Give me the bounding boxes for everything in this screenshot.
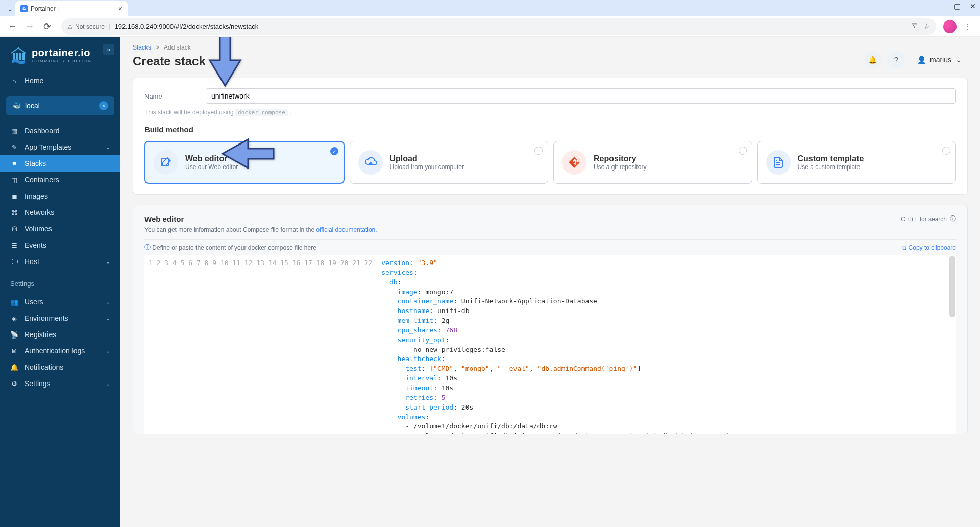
reload-button[interactable]: ⟳	[40, 19, 54, 34]
sidebar-item-host[interactable]: 🖵Host⌄	[0, 253, 120, 270]
sidebar-item-stacks[interactable]: ≡Stacks	[0, 155, 120, 172]
user-menu[interactable]: 👤 marius ⌄	[911, 53, 968, 67]
bookmark-star-icon[interactable]: ☆	[924, 22, 930, 30]
sidebar-item-label: Images	[24, 192, 48, 200]
sidebar-item-images[interactable]: ≣Images	[0, 188, 120, 204]
nav-icon: 🗎	[10, 347, 18, 355]
stack-name-input[interactable]	[206, 88, 956, 104]
favicon-icon: ⛴	[20, 5, 28, 12]
method-upload[interactable]: Upload Upload from your computer	[350, 141, 549, 184]
sidebar-item-users[interactable]: 👥Users⌄	[0, 294, 120, 310]
sidebar-item-label: Users	[24, 298, 43, 306]
help-icon: ?	[894, 56, 898, 64]
main-content: Stacks > Add stack Create stack 🔔 ? 👤 ma…	[120, 37, 980, 527]
copy-icon: ⧉	[902, 244, 906, 251]
sidebar-item-label: Registries	[24, 330, 56, 339]
method-title: Upload	[390, 154, 464, 163]
upload-icon	[358, 150, 383, 175]
tab-title: Portainer |	[31, 5, 59, 12]
code-body[interactable]: version: "3.9" services: db: image: mong…	[376, 255, 956, 434]
sidebar-item-authentication-logs[interactable]: 🗎Authentication logs⌄	[0, 343, 120, 359]
sidebar-item-label: Volumes	[24, 225, 52, 233]
copy-to-clipboard-button[interactable]: ⧉ Copy to clipboard	[902, 244, 956, 251]
breadcrumb: Stacks > Add stack	[133, 44, 206, 51]
nav-icon: 🖵	[10, 258, 18, 266]
annotation-arrow-name	[205, 37, 246, 90]
info-icon: ⓘ	[144, 243, 151, 252]
sidebar-item-label: App Templates	[24, 143, 71, 151]
window-maximize-button[interactable]: ▢	[954, 2, 961, 10]
environment-name: local	[25, 102, 40, 110]
nav-icon: 📡	[10, 331, 18, 339]
sidebar-item-app-templates[interactable]: ✎App Templates⌄	[0, 139, 120, 155]
sidebar-item-environments[interactable]: ◈Environments⌄	[0, 310, 120, 326]
sidebar-item-notifications[interactable]: 🔔Notifications	[0, 359, 120, 375]
sidebar-item-events[interactable]: ☰Events	[0, 237, 120, 253]
notifications-button[interactable]: 🔔	[864, 51, 881, 68]
chevron-down-icon: ⌄	[106, 144, 110, 151]
window-minimize-button[interactable]: —	[938, 2, 945, 10]
git-icon	[562, 150, 586, 175]
home-icon: ⌂	[10, 77, 18, 85]
nav-icon: 🔔	[10, 364, 18, 371]
build-method-heading: Build method	[144, 125, 956, 134]
nav-icon: ⌘	[10, 209, 18, 217]
window-controls: — ▢ ✕	[938, 2, 976, 10]
chevron-down-icon: ⌄	[106, 299, 110, 305]
tab-list-dropdown[interactable]: ⌄	[5, 1, 15, 16]
method-repository[interactable]: Repository Use a git repository	[553, 141, 752, 184]
sidebar-item-dashboard[interactable]: ▦Dashboard	[0, 123, 120, 139]
sidebar: portainer.io COMMUNITY EDITION « ⌂ Home …	[0, 37, 120, 527]
method-custom-template[interactable]: Custom template Use a custom template	[757, 141, 957, 184]
code-editor[interactable]: 1 2 3 4 5 6 7 8 9 10 11 12 13 14 15 16 1…	[144, 255, 956, 434]
sidebar-header: portainer.io COMMUNITY EDITION «	[0, 37, 120, 69]
back-button[interactable]: ←	[5, 19, 19, 34]
environment-selector[interactable]: 🐳 local ×	[6, 96, 114, 115]
sidebar-item-label: Stacks	[24, 159, 46, 167]
profile-avatar-button[interactable]	[943, 20, 957, 33]
chevron-down-icon: ⌄	[106, 258, 110, 265]
sidebar-item-home[interactable]: ⌂ Home	[0, 73, 120, 89]
editor-title: Web editor	[144, 214, 184, 223]
security-indicator[interactable]: ⚠ Not secure	[67, 23, 105, 30]
deploy-hint: This stack will be deployed using docker…	[144, 109, 956, 116]
help-icon[interactable]: ⓘ	[950, 214, 956, 223]
sidebar-item-volumes[interactable]: ⛁Volumes	[0, 221, 120, 237]
sidebar-item-label: Host	[24, 257, 39, 266]
nav-icon: ◫	[10, 176, 18, 184]
sidebar-item-label: Authentication logs	[24, 347, 85, 355]
breadcrumb-stacks-link[interactable]: Stacks	[133, 44, 151, 51]
editor-description: You can get more information about Compo…	[144, 226, 956, 233]
docs-link[interactable]: official documentation	[316, 226, 375, 233]
sidebar-item-settings[interactable]: ⚙Settings⌄	[0, 375, 120, 392]
method-subtitle: Upload from your computer	[390, 163, 464, 171]
page-title: Create stack	[133, 54, 206, 68]
sidebar-item-networks[interactable]: ⌘Networks	[0, 204, 120, 221]
browser-menu-button[interactable]: ⋮	[964, 22, 971, 31]
sidebar-item-containers[interactable]: ◫Containers	[0, 172, 120, 188]
help-button[interactable]: ?	[888, 51, 905, 68]
sidebar-item-label: Home	[24, 77, 43, 85]
breadcrumb-current: Add stack	[164, 44, 191, 51]
nav-icon: 👥	[10, 298, 18, 306]
editor-scrollbar[interactable]	[949, 256, 955, 317]
forward-button[interactable]: →	[22, 19, 37, 34]
sidebar-item-registries[interactable]: 📡Registries	[0, 326, 120, 343]
user-icon: 👤	[917, 56, 926, 64]
svg-rect-2	[19, 53, 21, 60]
sidebar-item-label: Networks	[24, 208, 54, 217]
browser-tab[interactable]: ⛴ Portainer | ×	[15, 1, 128, 16]
nav-icon: ≡	[10, 160, 18, 167]
window-close-button[interactable]: ✕	[970, 2, 976, 10]
password-key-icon[interactable]: ⚿	[911, 22, 918, 30]
sidebar-settings-heading: Settings	[0, 273, 120, 291]
security-label: Not secure	[75, 23, 105, 30]
address-bar[interactable]: ⚠ Not secure | 192.168.0.240:9000/#!/2/d…	[61, 18, 936, 35]
template-icon	[766, 150, 791, 175]
tab-close-button[interactable]: ×	[118, 5, 122, 13]
sidebar-collapse-button[interactable]: «	[103, 44, 114, 55]
nav-icon: ☰	[10, 242, 18, 249]
user-name: marius	[930, 56, 951, 64]
environment-close-button[interactable]: ×	[99, 101, 108, 110]
nav-icon: ≣	[10, 193, 18, 200]
